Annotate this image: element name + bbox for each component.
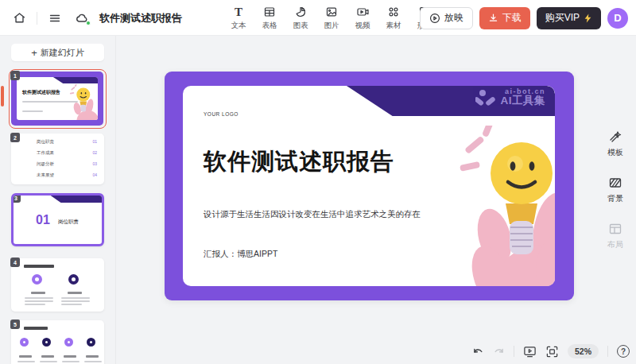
panel-collapse-handle[interactable] [1,86,4,106]
thumbnail-slide-3[interactable]: 3 01 岗位职责 [11,193,104,246]
toolbar-right-group: 放映 下载 购买VIP D [420,0,628,36]
cloud-sync-button[interactable] [72,9,91,28]
status-bar: 52% ? [472,344,630,358]
slide-1-preview: 软件测试述职报告 [11,72,103,126]
donut-marker [68,274,79,285]
text-icon: T [235,6,242,19]
thumbnail-slide-1[interactable]: 1 软件测试述职报告 [9,69,107,129]
buy-vip-button[interactable]: 购买VIP [537,7,601,29]
tool-chart[interactable]: 图表 [290,6,311,31]
donut-marker [32,274,42,285]
assets-grid-icon [387,6,400,19]
tool-text[interactable]: T 文本 [228,6,249,31]
rail-item-background[interactable]: 背景 [607,176,623,204]
logo-placeholder-text[interactable]: YOUR LOGO [204,111,238,117]
sync-status-dot [86,21,91,25]
rail-item-template[interactable]: 模板 [607,130,623,158]
thumbnail-slide-5[interactable]: 5 [11,320,104,364]
template-icon [608,130,622,144]
mini-emoji-lightbulb [65,84,98,120]
video-icon [356,6,370,19]
section-number: 01 [36,213,50,227]
download-button[interactable]: 下载 [479,7,530,29]
redo-icon[interactable] [493,346,505,358]
editor-canvas[interactable]: ai-bot.cn AI工具集 YOUR LOGO 软件测试述职报告 设计源于生… [116,36,636,364]
toolbar-divider [37,12,37,25]
mini-slide-title: 软件测试述职报告 [22,89,60,96]
slide-card-shape[interactable]: ai-bot.cn AI工具集 YOUR LOGO 软件测试述职报告 设计源于生… [183,86,555,286]
pie-chart-icon [294,6,307,19]
home-button[interactable] [10,9,29,28]
document-title: 软件测试述职报告 [99,11,182,25]
tool-assets[interactable]: 素材 [383,6,404,31]
image-icon [325,6,338,19]
thumbnail-slide-4[interactable]: 4 [11,258,104,312]
donut-marker [20,338,29,347]
user-avatar[interactable]: D [607,8,628,29]
table-icon [263,6,276,19]
toc-row: 未来展望04 [11,172,104,182]
slide-number-badge: 1 [10,71,20,80]
hamburger-icon [48,12,61,25]
home-icon [13,11,26,25]
rail-item-layout[interactable]: 布局 [607,222,623,250]
ai-bot-logo-icon [475,89,496,106]
zoom-level-badge[interactable]: 52% [568,344,599,358]
lightning-icon [584,14,592,23]
slide-title-text[interactable]: 软件测试述职报告 [204,146,394,178]
current-slide[interactable]: ai-bot.cn AI工具集 YOUR LOGO 软件测试述职报告 设计源于生… [165,72,574,300]
slide-number-badge: 5 [10,319,20,329]
watermark: ai-bot.cn AI工具集 [475,88,546,107]
presenter-view-icon[interactable] [523,345,537,358]
tool-table[interactable]: 表格 [259,6,280,31]
toc-row: 问题分析03 [11,161,104,171]
thumbnail-slide-2[interactable]: 2 岗位职责01 工作成果02 问题分析03 未来展望04 [11,134,104,184]
undo-icon[interactable] [472,346,484,358]
top-toolbar: 软件测试述职报告 T 文本 表格 图表 [0,0,636,36]
fit-to-screen-icon[interactable] [545,345,559,358]
plus-icon: + [31,47,37,59]
toc-row: 岗位职责01 [11,139,104,149]
tool-video[interactable]: 视频 [352,6,373,31]
tool-image[interactable]: 图片 [321,6,342,31]
toc-row: 工作成果02 [11,150,104,160]
donut-marker [64,338,73,347]
mini-banner [51,196,102,203]
mini-banner [53,77,98,83]
statusbar-divider [607,346,608,357]
menu-button[interactable] [45,9,64,28]
layout-icon [608,222,622,236]
emoji-lightbulb-image[interactable] [445,126,555,286]
slide-subtitle-text[interactable]: 设计源于生活生活因设计改变在生活中追求艺术之美的存在 [204,209,421,220]
donut-marker [87,338,95,347]
design-rail: 模板 背景 布局 [595,36,636,364]
slide-number-badge: 2 [10,133,20,142]
section-title: 岗位职责 [58,219,79,226]
watermark-line2: AI工具集 [501,95,546,106]
slide-thumbnail-panel: + 新建幻灯片 1 软件测试述职报告 [0,36,116,364]
slide-number-badge: 3 [11,193,21,203]
slide-banner-shape[interactable]: ai-bot.cn AI工具集 [347,86,555,116]
download-icon [488,13,498,23]
background-icon [608,176,622,190]
new-slide-button[interactable]: + 新建幻灯片 [11,44,104,61]
slide-presenter-text[interactable]: 汇报人：博思AIPPT [204,249,277,260]
donut-marker [42,338,51,347]
present-button[interactable]: 放映 [420,7,473,29]
play-circle-icon [429,13,440,24]
statusbar-divider [514,346,514,357]
slide-number-badge: 4 [10,258,20,267]
help-button[interactable]: ? [617,345,630,358]
toolbar-left-group: 软件测试述职报告 [10,0,182,36]
